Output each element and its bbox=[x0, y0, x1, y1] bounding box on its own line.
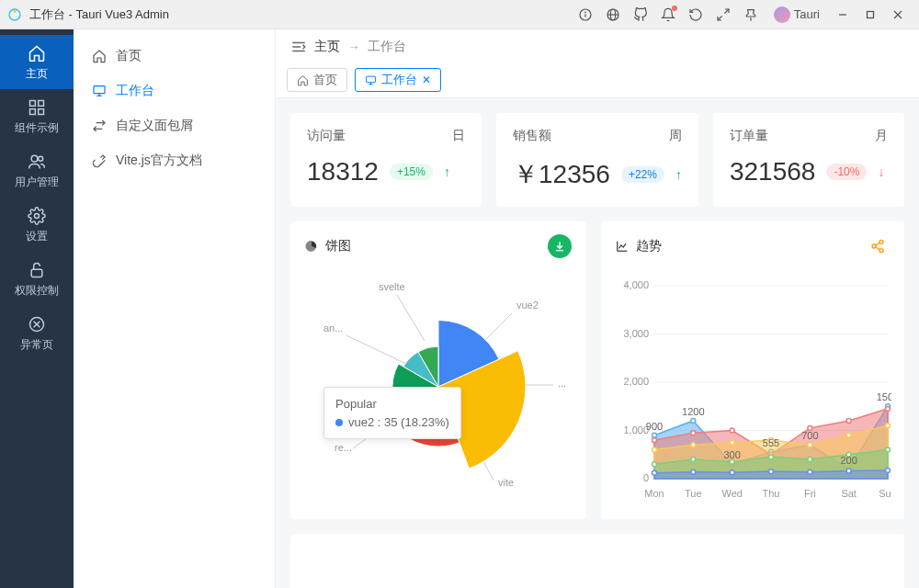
svg-text:Mon: Mon bbox=[644, 488, 664, 499]
submenu-item-home[interactable]: 首页 bbox=[74, 39, 275, 74]
svg-point-1 bbox=[14, 10, 17, 13]
svg-text:0: 0 bbox=[643, 472, 649, 483]
stat-card: 访问量 日 18312 +15% ↑ bbox=[290, 113, 482, 207]
stat-unit: 日 bbox=[452, 128, 465, 144]
pie-chart[interactable]: sveltevue2an...re...vite... Popular vue2… bbox=[305, 267, 572, 497]
svg-text:re...: re... bbox=[335, 442, 352, 453]
svg-rect-26 bbox=[94, 86, 105, 94]
tooltip-series: Popular bbox=[335, 395, 449, 413]
stat-value: ￥12356 bbox=[513, 157, 610, 192]
sidebar-secondary: 首页 工作台 自定义面包屑 Vite.js官方文档 bbox=[74, 29, 276, 588]
svg-point-55 bbox=[879, 249, 883, 253]
svg-text:Fri: Fri bbox=[804, 488, 816, 499]
svg-point-107 bbox=[808, 469, 812, 474]
svg-point-97 bbox=[691, 458, 696, 462]
svg-rect-15 bbox=[30, 101, 36, 107]
trend-card: 趋势 01,0002,0003,0004,000MonTueWedThuFriS… bbox=[601, 221, 904, 519]
tab-close-icon[interactable]: ✕ bbox=[422, 74, 431, 86]
bell-icon[interactable] bbox=[654, 0, 682, 29]
svg-point-94 bbox=[846, 433, 851, 437]
svg-line-57 bbox=[876, 247, 880, 250]
home-icon bbox=[297, 74, 309, 86]
svg-text:an...: an... bbox=[323, 322, 343, 334]
error-icon bbox=[28, 315, 46, 334]
share-button[interactable] bbox=[866, 234, 890, 258]
svg-point-53 bbox=[879, 240, 883, 243]
breadcrumb-separator: → bbox=[347, 40, 360, 54]
svg-text:555: 555 bbox=[763, 437, 779, 448]
pin-icon[interactable] bbox=[737, 0, 765, 29]
submenu-item-workbench[interactable]: 工作台 bbox=[74, 74, 275, 108]
notification-dot bbox=[672, 6, 677, 11]
sidebar-item-label: 用户管理 bbox=[15, 175, 59, 188]
users-icon bbox=[28, 153, 46, 171]
svg-text:svelte: svelte bbox=[379, 281, 405, 292]
stat-title: 销售额 bbox=[513, 128, 682, 144]
sidebar-item-settings[interactable]: 设置 bbox=[0, 198, 74, 252]
svg-point-90 bbox=[691, 443, 696, 447]
svg-line-43 bbox=[346, 335, 406, 364]
monitor-icon bbox=[92, 84, 107, 98]
svg-rect-18 bbox=[39, 109, 44, 115]
tab-workbench[interactable]: 工作台 ✕ bbox=[355, 68, 441, 92]
svg-point-88 bbox=[886, 406, 891, 411]
submenu-item-label: 工作台 bbox=[116, 83, 154, 99]
svg-point-4 bbox=[584, 12, 585, 13]
table-title: 高级表格 bbox=[305, 547, 890, 588]
tooltip-text: vue2 : 35 (18.23%) bbox=[348, 415, 449, 429]
sidebar-item-label: 设置 bbox=[26, 230, 48, 243]
svg-point-75 bbox=[652, 433, 657, 437]
svg-point-99 bbox=[769, 455, 774, 459]
stat-title: 订单量 bbox=[730, 128, 888, 144]
svg-text:vite: vite bbox=[498, 477, 514, 488]
scroll-container[interactable]: 访问量 日 18312 +15% ↑ 销售额 周 ￥12356 +22% ↑ 订… bbox=[276, 98, 919, 588]
fullscreen-icon[interactable] bbox=[709, 0, 737, 29]
svg-rect-12 bbox=[868, 11, 874, 17]
window-minimize-button[interactable] bbox=[829, 0, 857, 29]
svg-point-91 bbox=[730, 440, 734, 445]
window-maximize-button[interactable] bbox=[857, 0, 884, 29]
window-close-button[interactable] bbox=[884, 0, 912, 29]
pie-title: 饼图 bbox=[305, 238, 351, 254]
svg-point-82 bbox=[652, 438, 657, 443]
svg-rect-22 bbox=[31, 269, 42, 277]
sidebar-item-permission[interactable]: 权限控制 bbox=[0, 252, 74, 306]
svg-text:700: 700 bbox=[801, 430, 818, 441]
avatar bbox=[774, 6, 790, 23]
chart-icon bbox=[616, 240, 629, 253]
tab-home[interactable]: 首页 bbox=[287, 68, 347, 92]
svg-rect-34 bbox=[367, 76, 376, 83]
stat-card: 销售额 周 ￥12356 +22% ↑ bbox=[496, 113, 698, 207]
table-icon bbox=[305, 547, 890, 588]
pie-icon bbox=[305, 240, 318, 253]
github-icon[interactable] bbox=[627, 0, 654, 29]
svg-text:Wed: Wed bbox=[721, 488, 742, 499]
stat-unit: 周 bbox=[669, 128, 682, 144]
submenu-item-breadcrumb[interactable]: 自定义面包屑 bbox=[74, 108, 275, 143]
submenu-item-label: Vite.js官方文档 bbox=[116, 153, 202, 169]
tab-label: 首页 bbox=[313, 72, 337, 88]
svg-text:900: 900 bbox=[646, 421, 663, 432]
sidebar-toggle-icon[interactable] bbox=[290, 39, 307, 55]
breadcrumb-home[interactable]: 主页 bbox=[314, 39, 340, 55]
submenu-item-vite[interactable]: Vite.js官方文档 bbox=[74, 143, 275, 178]
download-button[interactable] bbox=[548, 234, 572, 258]
stat-value: 18312 bbox=[307, 157, 379, 187]
svg-point-109 bbox=[886, 469, 891, 473]
sidebar-item-components[interactable]: 组件示例 bbox=[0, 89, 74, 143]
home-icon bbox=[92, 49, 107, 63]
share-icon bbox=[870, 239, 885, 254]
svg-text:Tue: Tue bbox=[685, 488, 702, 499]
user-menu[interactable]: Tauri bbox=[765, 6, 829, 23]
svg-line-56 bbox=[876, 243, 880, 245]
sidebar-item-error[interactable]: 异常页 bbox=[0, 306, 74, 360]
sidebar-item-home[interactable]: 主页 bbox=[0, 35, 74, 89]
svg-point-84 bbox=[730, 428, 734, 433]
info-icon[interactable] bbox=[572, 0, 599, 29]
globe-icon[interactable] bbox=[599, 0, 627, 29]
grid-icon bbox=[28, 98, 46, 117]
pie-card: 饼图 sveltevue2an...re...vite... Popular v… bbox=[290, 221, 586, 519]
refresh-icon[interactable] bbox=[682, 0, 709, 29]
trend-chart[interactable]: 01,0002,0003,0004,000MonTueWedThuFriSatS… bbox=[616, 267, 890, 506]
sidebar-item-users[interactable]: 用户管理 bbox=[0, 143, 74, 198]
